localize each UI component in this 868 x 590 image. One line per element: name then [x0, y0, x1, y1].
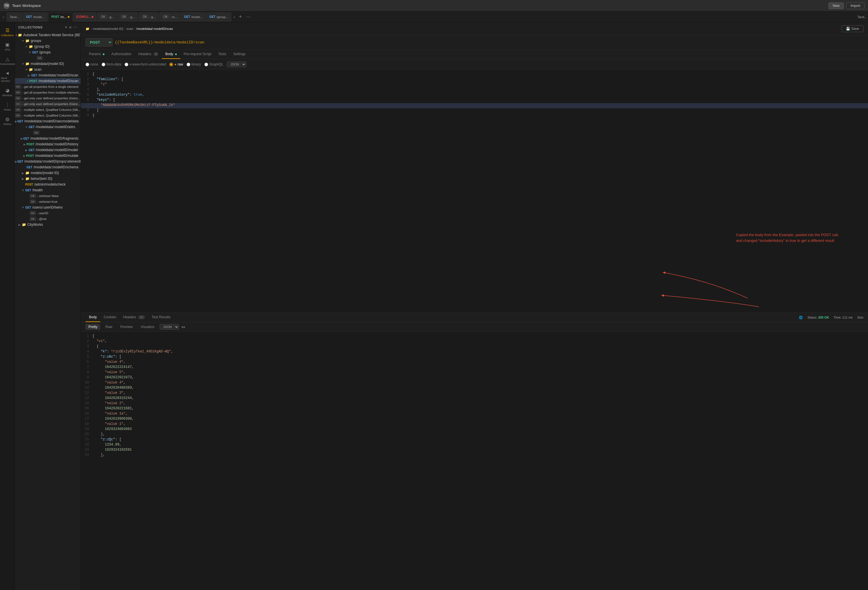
tree-item-ok-userid[interactable]: OK - userID	[15, 210, 81, 216]
tree-item-twins[interactable]: ▶ 📁 twins/{twin ID}	[15, 176, 81, 182]
tab-get2[interactable]: GET /mode...	[181, 12, 205, 22]
tree-item-models[interactable]: ▶ 📁 models/{model ID}	[15, 170, 81, 176]
tab-prev-button[interactable]: ‹	[1, 13, 6, 21]
req-tab-prerequest[interactable]: Pre-request Script	[180, 50, 215, 59]
fmt-raw-button[interactable]: Raw	[102, 324, 115, 330]
tab-ok3[interactable]: OK - g...	[138, 12, 158, 22]
req-tab-settings[interactable]: Settings	[230, 50, 249, 59]
body-format-select[interactable]: JSON Text XML	[227, 62, 246, 67]
tree-item-get-groups[interactable]: ▼ GET /groups	[15, 49, 81, 55]
req-tab-params[interactable]: Params	[86, 50, 108, 59]
tree-item-get-model[interactable]: ▶ GET /modeldata/:modelID/model	[15, 147, 81, 153]
tree-item-ok4[interactable]: OK - get only user defined properties (h…	[15, 101, 81, 107]
tab-tand1[interactable]: Tand...	[7, 12, 22, 22]
tree-item-ok1[interactable]: OK - get all properties from a single el…	[15, 84, 81, 90]
tree-item-get-scan[interactable]: ▶ GET /modeldata/:modelID/scan	[15, 72, 81, 78]
tree-item-post-mutate[interactable]: ▶ POST /modeldata/:modelID/mutate	[15, 153, 81, 158]
tree-item-cityworks[interactable]: ▶ 📁 CityWorks	[15, 222, 81, 228]
sidebar-item-environments[interactable]: △ Environments	[0, 53, 15, 68]
collection-more-button[interactable]: ⋯	[73, 25, 77, 30]
wrap-button[interactable]: ⇔	[182, 324, 185, 330]
sidebar-item-apis[interactable]: ▣ APIs	[0, 39, 15, 53]
tab-get1[interactable]: GET /mode...	[23, 12, 48, 22]
resp-line: 23 1629324102591	[81, 448, 868, 453]
tree-item-get-health[interactable]: ▼ GET /health	[15, 187, 81, 193]
fmt-preview-button[interactable]: Preview	[117, 324, 136, 330]
tree-item-post-history[interactable]: ▶ POST /modeldata/:modelID/history	[15, 141, 81, 147]
add-collection-button[interactable]: +	[65, 25, 67, 30]
tree-root[interactable]: ▼ 📁 Autodesk Tandem Model Service (BETA)	[15, 32, 81, 38]
resp-line: 6 "value 4",	[81, 360, 868, 365]
tree-item-ok5[interactable]: OK - multiple select, Qualified Columns …	[15, 107, 81, 112]
chevron-down-icon: ▼	[15, 34, 18, 37]
tab-next-button[interactable]: ›	[232, 13, 237, 21]
tab-label: [CONFLI...	[76, 15, 90, 18]
tree-item-ok-attrs[interactable]: OK	[15, 130, 81, 136]
globe-icon: 🌐	[799, 316, 803, 319]
req-tab-body[interactable]: Body	[162, 50, 180, 59]
body-none[interactable]: none	[86, 62, 98, 67]
tree-item-groups[interactable]: ▼ 📁 groups	[15, 38, 81, 44]
body-urlencoded[interactable]: x-www-form-urlencoded	[125, 62, 166, 67]
tree-item-get-schema[interactable]: GET /modeldata/:modelID/schema	[15, 164, 81, 170]
tree-item-get-users[interactable]: ▼ GET /users/:userID/twins	[15, 204, 81, 210]
tab-get3[interactable]: GET /group...	[207, 12, 231, 22]
size-label: Size	[858, 316, 864, 319]
new-button[interactable]: New	[828, 2, 844, 9]
req-tab-auth[interactable]: Authorization	[108, 50, 135, 59]
sidebar-item-collections[interactable]: ☰ Collections	[0, 25, 15, 39]
tree-item-ok3[interactable]: OK - get only user defined properties (h…	[15, 95, 81, 101]
tree-item-ok-verbose-false[interactable]: OK - verbose=false	[15, 193, 81, 199]
tree-item-get-props[interactable]: ▶ GET /modeldata/:modelID/props/:element…	[15, 158, 81, 164]
tree-item-scan[interactable]: ▼ 📁 scan	[15, 67, 81, 72]
body-raw[interactable]: ● raw	[169, 62, 183, 67]
sidebar-item-monitors[interactable]: ◕ Monitors	[0, 85, 15, 99]
tree-item-get-attrs[interactable]: ▼ GET /modeldata/:modelID/attrs	[15, 124, 81, 130]
tree-item-ok-me[interactable]: OK - @me	[15, 216, 81, 222]
tab-more-button[interactable]: ⋯	[244, 14, 252, 19]
tree-item-get-aec[interactable]: ▶ GET /modeldata/:modelID/aecmodeldata	[15, 118, 81, 124]
tree-item-admin-check[interactable]: POST /admin/modelscheck	[15, 182, 81, 187]
tab-ok4[interactable]: OK - m...	[159, 12, 180, 22]
tree-item-ok-verbose-true[interactable]: OK - verbose=true	[15, 199, 81, 204]
fmt-pretty-button[interactable]: Pretty	[86, 324, 100, 330]
tab-add-button[interactable]: +	[237, 14, 244, 20]
tree-item-group-id[interactable]: ▼ 📁 {group ID}	[15, 44, 81, 49]
resp-tab-test-results[interactable]: Test Results	[148, 313, 174, 322]
tab-label: /mode...	[191, 15, 203, 19]
tree-item-post-scan[interactable]: ▼ POST /modeldata/:modelID/scan	[15, 78, 81, 84]
tab-ok2[interactable]: OK - g...	[118, 12, 138, 22]
tab-ok1[interactable]: OK - g...	[97, 12, 117, 22]
tab-conflict1[interactable]: [CONFLI...	[73, 12, 96, 22]
body-binary[interactable]: binary	[187, 62, 201, 67]
import-button[interactable]: Import	[846, 2, 865, 9]
status-ok: 200 OK	[818, 316, 829, 319]
tree-item-modeldata[interactable]: ▼ 📁 modeldata/{model ID}	[15, 61, 81, 67]
collection-options-button[interactable]: ≡	[69, 25, 71, 30]
sidebar-item-flows[interactable]: ⋮ Flows	[0, 99, 15, 114]
resp-tab-body[interactable]: Body	[86, 313, 100, 322]
response-format-select[interactable]: JSON	[159, 324, 179, 330]
tree-item-ok6[interactable]: OK - multiple select, Qualified Columns …	[15, 112, 81, 118]
flows-icon: ⋮	[5, 102, 10, 108]
save-button[interactable]: 💾 Save	[841, 25, 864, 32]
method-select[interactable]: POST GET PUT DELETE	[86, 38, 112, 47]
body-form-data[interactable]: form-data	[102, 62, 121, 67]
tree-item-ok2[interactable]: OK - get all properties from multiple el…	[15, 90, 81, 95]
sidebar-item-mock[interactable]: ◄ Mock Servers	[0, 68, 15, 85]
request-body-editor[interactable]: 1 { 2 "families": [ 3 "z" 4 ], 5	[81, 70, 868, 312]
resp-line: 18 "value 1",	[81, 422, 868, 427]
code-line: 4 ],	[81, 87, 868, 93]
req-tab-headers[interactable]: Headers 9	[135, 50, 162, 59]
req-tab-tests[interactable]: Tests	[215, 50, 230, 59]
fmt-visualize-button[interactable]: Visualize	[138, 324, 157, 330]
sidebar-item-history[interactable]: ◍ History	[0, 114, 15, 128]
tab-post1[interactable]: POST /m...	[48, 12, 72, 22]
method-badge: GET	[23, 137, 29, 140]
method-badge: GET	[32, 51, 38, 54]
body-graphql[interactable]: GraphQL	[204, 62, 223, 67]
tree-item-ok-groups[interactable]: OK	[15, 55, 81, 61]
resp-tab-headers[interactable]: Headers 12	[120, 313, 148, 322]
resp-tab-cookies[interactable]: Cookies	[100, 313, 120, 322]
tree-item-get-fragments[interactable]: ▶ GET /modeldata/:modelID/fragments	[15, 136, 81, 141]
